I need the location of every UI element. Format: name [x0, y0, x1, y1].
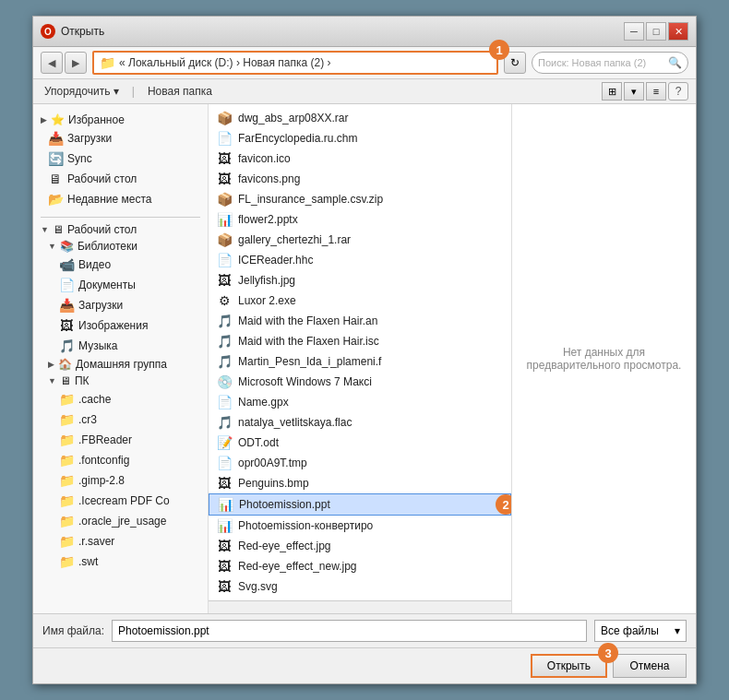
maximize-button[interactable]: □: [646, 22, 666, 41]
close-button[interactable]: ✕: [668, 22, 688, 41]
file-item-5[interactable]: 📊flower2.pptx: [209, 209, 511, 230]
file-item-8[interactable]: 🖼Jellyfish.jpg: [209, 270, 511, 291]
file-name-8: Jellyfish.jpg: [238, 274, 295, 287]
file-item-9[interactable]: ⚙Luxor 2.exe: [209, 291, 511, 311]
file-item-11[interactable]: 🎵Maid with the Flaxen Hair.isc: [209, 331, 511, 351]
new-folder-button[interactable]: Новая папка: [144, 83, 216, 100]
homegroup-label: Домашняя группа: [76, 358, 167, 371]
documents-label: Документы: [78, 279, 136, 291]
sidebar-item-fbreader[interactable]: 📁 .FBReader: [33, 430, 208, 450]
file-item-23[interactable]: 🖼Svg.svg: [209, 576, 511, 597]
desktop-icon: 🖥: [48, 172, 63, 186]
sidebar-item-downloads2[interactable]: 📥 Загрузки: [33, 295, 208, 315]
file-icon-23: 🖼: [216, 578, 233, 595]
search-box[interactable]: Поиск: Новая папка (2) 🔍: [532, 52, 688, 74]
sidebar-item-libraries[interactable]: ▼ 📚 Библиотеки: [33, 238, 208, 255]
file-item-17[interactable]: 📄opr00A9T.tmp: [209, 453, 511, 473]
sidebar-item-sync[interactable]: 🔄 Sync: [33, 148, 208, 169]
folder-icon: 📁: [100, 55, 115, 70]
file-item-10[interactable]: 🎵Maid with the Flaxen Hair.an: [209, 311, 511, 331]
open-button[interactable]: Открыть: [531, 654, 607, 678]
sidebar-item-icecream[interactable]: 📁 .Icecream PDF Co: [33, 491, 208, 511]
sidebar-item-homegroup[interactable]: ▶ 🏠 Домашняя группа: [33, 356, 208, 373]
filename-bar: Имя файла: Все файлы ▾: [33, 613, 696, 647]
sidebar-item-favorites-header[interactable]: ▶ ⭐ Избранное: [33, 112, 208, 128]
file-item-3[interactable]: 🖼favicons.png: [209, 169, 511, 189]
sidebar-item-desktop[interactable]: 🖥 Рабочий стол: [33, 169, 208, 189]
sidebar-item-gimp[interactable]: 📁 .gimp-2.8: [33, 470, 208, 491]
file-item-16[interactable]: 📝ODT.odt: [209, 433, 511, 453]
title-controls: ─ □ ✕: [624, 22, 688, 41]
sidebar-item-cr3[interactable]: 📁 .cr3: [33, 409, 208, 430]
separator: |: [132, 85, 135, 98]
cache-label: .cache: [78, 393, 111, 406]
oracle-label: .oracle_jre_usage: [78, 515, 166, 528]
file-name-15: natalya_vetlitskaya.flac: [238, 416, 352, 429]
fbreader-icon: 📁: [59, 433, 74, 447]
preview-panel: Нет данных для предварительного просмотр…: [511, 104, 696, 613]
file-icon-10: 🎵: [216, 313, 233, 329]
file-item-18[interactable]: 🖼Penguins.bmp: [209, 473, 511, 493]
sidebar-item-pc[interactable]: ▼ 🖥 ПК: [33, 373, 208, 389]
file-item-15[interactable]: 🎵natalya_vetlitskaya.flac: [209, 412, 511, 433]
file-icon-4: 📦: [216, 191, 233, 208]
organize-button[interactable]: Упорядочить ▾: [41, 83, 123, 100]
expand-arrow: ▶: [41, 115, 47, 125]
file-name-14: Name.gpx: [238, 396, 289, 409]
sidebar-item-swt[interactable]: 📁 .swt: [33, 552, 208, 572]
sidebar-item-images[interactable]: 🖼 Изображения: [33, 315, 208, 336]
file-item-2[interactable]: 🖼favicon.ico: [209, 148, 511, 169]
help-button[interactable]: ?: [668, 82, 688, 101]
file-item-14[interactable]: 📄Name.gpx: [209, 392, 511, 412]
file-item-6[interactable]: 📦gallery_chertezhi_1.rar: [209, 230, 511, 250]
file-item-12[interactable]: 🎵Martin_Pesn_Ida_i_plameni.f: [209, 351, 511, 372]
file-icon-8: 🖼: [216, 272, 233, 289]
file-item-21[interactable]: 🖼Red-eye_effect.jpg: [209, 536, 511, 556]
downloads2-label: Загрузки: [78, 299, 123, 312]
filetype-dropdown[interactable]: Все файлы ▾: [594, 620, 687, 642]
sidebar-item-desktop-tree[interactable]: ▼ 🖥 Рабочий стол: [33, 221, 208, 238]
details-view-button[interactable]: ≡: [646, 82, 666, 101]
sidebar-item-recent[interactable]: 📂 Недавние места: [33, 189, 208, 209]
file-item-19[interactable]: 📊 Photoemission.ppt 2: [209, 493, 511, 516]
file-icon-12: 🎵: [216, 353, 233, 370]
file-item-7[interactable]: 📄ICEReader.hhc: [209, 250, 511, 270]
minimize-button[interactable]: ─: [624, 22, 644, 41]
sidebar-item-downloads[interactable]: 📥 Загрузки: [33, 128, 208, 148]
file-name-4: FL_insurance_sample.csv.zip: [238, 193, 383, 206]
favorites-icon: ⭐: [51, 113, 65, 126]
sidebar-item-documents[interactable]: 📄 Документы: [33, 275, 208, 295]
sidebar-item-oracle[interactable]: 📁 .oracle_jre_usage: [33, 511, 208, 531]
file-item-13[interactable]: 💿Microsoft Windows 7 Максi: [209, 372, 511, 392]
downloads-icon: 📥: [48, 131, 63, 146]
desktop-label: Рабочий стол: [67, 172, 137, 185]
sidebar-item-cache[interactable]: 📁 .cache: [33, 389, 208, 409]
cancel-button[interactable]: Отмена: [613, 654, 687, 678]
title-bar-left: O Открыть: [41, 24, 104, 39]
file-item-20[interactable]: 📊Photoemission-конвертиро: [209, 516, 511, 536]
forward-button[interactable]: ▶: [65, 52, 87, 74]
grid-view-button[interactable]: ⊞: [602, 82, 622, 101]
file-icon-19: 📊: [217, 496, 233, 513]
sidebar-item-fontconfig[interactable]: 📁 .fontconfig: [33, 450, 208, 470]
sidebar-item-rsaver[interactable]: 📁 .r.saver: [33, 531, 208, 552]
file-name-2: favicon.ico: [238, 152, 291, 165]
back-button[interactable]: ◀: [41, 52, 63, 74]
sidebar-item-video[interactable]: 📹 Видео: [33, 255, 208, 275]
file-item-22[interactable]: 🖼Red-eye_effect_new.jpg: [209, 556, 511, 576]
address-bar[interactable]: 📁 « Локальный диск (D:) › Новая папка (2…: [92, 51, 498, 75]
file-icon-15: 🎵: [216, 414, 233, 431]
sidebar-item-music[interactable]: 🎵 Музыка: [33, 336, 208, 356]
file-item-1[interactable]: 📄FarEncyclopedia.ru.chm: [209, 128, 511, 148]
list-view-button[interactable]: ▾: [624, 82, 644, 101]
horizontal-scrollbar[interactable]: [209, 600, 511, 613]
file-item-0[interactable]: 📦dwg_abs_arp08XX.rar: [209, 108, 511, 128]
music-label: Музыка: [78, 339, 117, 352]
dialog-window: O Открыть ─ □ ✕ ◀ ▶ 📁 « Локальный диск (…: [32, 16, 697, 684]
icecream-icon: 📁: [59, 493, 74, 508]
file-icon-17: 📄: [216, 455, 233, 471]
desktop-tree-icon: 🖥: [53, 223, 64, 236]
file-item-4[interactable]: 📦FL_insurance_sample.csv.zip: [209, 189, 511, 209]
filename-input[interactable]: [112, 620, 587, 642]
file-icon-16: 📝: [216, 434, 233, 451]
